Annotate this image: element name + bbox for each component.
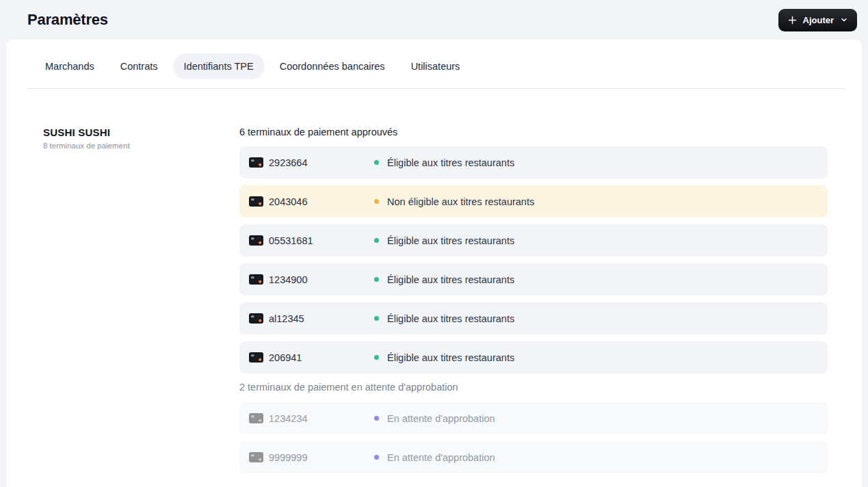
merchant-panel: SUSHI SUSHI 8 terminaux de paiement [43,127,239,480]
chevron-down-icon [840,16,848,24]
terminal-status: En attente d'approbation [387,413,495,424]
terminal-status: En attente d'approbation [387,452,495,463]
tab-label: Contrats [120,61,158,72]
terminal-row[interactable]: 2043046 Non éligible aux titres restaura… [239,185,828,218]
status-dot-icon [374,416,379,421]
terminal-row[interactable]: 1234900 Éligible aux titres restaurants [239,263,828,295]
tab-label: Coordonnées bancaires [280,61,385,72]
payment-card-icon [249,313,263,324]
tab-identifiants-tpe[interactable]: Identifiants TPE [173,53,265,79]
terminal-id: 2923664 [269,157,307,168]
payment-card-icon [249,235,263,246]
terminal-status: Éligible aux titres restaurants [387,313,514,324]
page-title: Paramètres [27,11,108,29]
payment-card-icon [249,352,263,363]
merchant-subtitle: 8 terminaux de paiement [43,142,239,150]
payment-card-icon [249,413,263,423]
status-dot-icon [374,238,379,243]
payment-card-icon [249,274,263,285]
settings-card: Marchands Contrats Identifiants TPE Coor… [6,40,862,487]
terminal-id: 9999999 [269,452,307,463]
terminals-panel: 6 terminaux de paiement approuvés 292366… [239,127,828,480]
tab-label: Identifiants TPE [184,61,254,72]
terminal-id-cell: 9999999 [249,452,374,463]
merchant-name: SUSHI SUSHI [43,127,239,138]
status-dot-icon [374,199,379,204]
pending-terminal-list: 1234234 En attente d'approbation 9999999… [239,402,828,473]
terminal-row[interactable]: 1234234 En attente d'approbation [239,402,828,434]
plus-icon [788,16,797,25]
terminal-row[interactable]: 206941 Éligible aux titres restaurants [239,341,828,373]
status-dot-icon [374,455,379,460]
add-button-label: Ajouter [803,15,834,25]
terminal-status: Éligible aux titres restaurants [387,157,514,168]
payment-card-icon [249,452,263,462]
pending-section-heading: 2 terminaux de paiement en attente d'app… [239,382,828,393]
tab-marchands[interactable]: Marchands [34,53,105,79]
terminal-row[interactable]: 05531681 Éligible aux titres restaurants [239,224,828,256]
payment-card-icon [249,196,263,207]
approved-terminal-list: 2923664 Éligible aux titres restaurants … [239,146,828,373]
terminal-id-cell: 1234900 [249,274,374,285]
terminal-id-cell: 1234234 [249,413,374,424]
tab-label: Marchands [45,61,94,72]
terminal-id: 1234234 [269,413,307,424]
terminal-id: 2043046 [269,196,307,207]
terminal-status: Éligible aux titres restaurants [387,274,514,285]
terminal-status: Non éligible aux titres restaurants [387,196,534,207]
tab-utilisateurs[interactable]: Utilisateurs [400,53,471,79]
status-dot-icon [374,277,379,282]
top-bar: Paramètres Ajouter [0,0,868,40]
terminal-id-cell: al12345 [249,313,374,324]
terminal-id-cell: 2923664 [249,157,374,168]
tabs: Marchands Contrats Identifiants TPE Coor… [6,40,862,79]
status-dot-icon [374,160,379,165]
tab-contrats[interactable]: Contrats [109,53,169,79]
status-dot-icon [374,355,379,360]
tab-label: Utilisateurs [411,61,460,72]
terminal-row[interactable]: 9999999 En attente d'approbation [239,441,828,473]
payment-card-icon [249,157,263,168]
terminal-status: Éligible aux titres restaurants [387,235,514,246]
terminal-id: al12345 [269,313,304,324]
terminal-status: Éligible aux titres restaurants [387,352,514,363]
content: SUSHI SUSHI 8 terminaux de paiement 6 te… [6,89,862,480]
status-dot-icon [374,316,379,321]
terminal-id: 206941 [269,352,302,363]
terminal-id-cell: 206941 [249,352,374,363]
terminal-id: 1234900 [269,274,307,285]
terminal-id: 05531681 [269,235,313,246]
terminal-id-cell: 05531681 [249,235,374,246]
add-button[interactable]: Ajouter [778,9,858,31]
terminal-row[interactable]: 2923664 Éligible aux titres restaurants [239,146,828,179]
terminal-row[interactable]: al12345 Éligible aux titres restaurants [239,302,828,334]
terminal-id-cell: 2043046 [249,196,374,207]
approved-section-heading: 6 terminaux de paiement approuvés [239,127,828,137]
tab-coordonnées-bancaires[interactable]: Coordonnées bancaires [269,53,396,79]
